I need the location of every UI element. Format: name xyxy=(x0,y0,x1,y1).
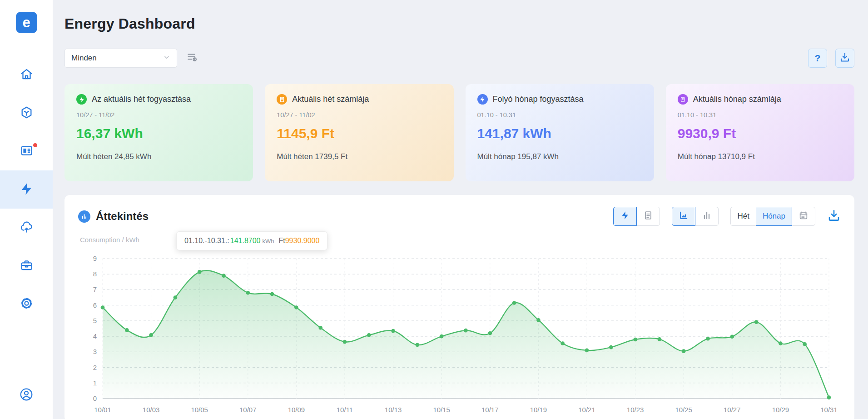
tooltip-range: 01.10.-10.31.: xyxy=(184,237,229,245)
sidebar-item-home[interactable] xyxy=(0,56,53,94)
main-content: Energy Dashboard Minden ? xyxy=(53,0,868,419)
hexagon-box-icon xyxy=(20,105,34,121)
svg-text:10/17: 10/17 xyxy=(481,406,499,414)
lightning-icon xyxy=(620,210,630,223)
toolbox-icon xyxy=(20,258,34,274)
lightning-badge-icon xyxy=(477,94,488,105)
chart-download-button[interactable] xyxy=(827,209,841,224)
bar-chart-icon xyxy=(702,210,712,223)
svg-text:5: 5 xyxy=(93,317,97,324)
card-title: Az aktuális hét fogyasztása xyxy=(92,95,191,104)
calendar-button[interactable] xyxy=(792,207,815,226)
overview-panel: Áttekintés xyxy=(64,195,854,419)
chart-axis-title: Consumption / kWh xyxy=(80,236,139,244)
sidebar-item-toolbox[interactable] xyxy=(0,247,53,285)
svg-text:10/29: 10/29 xyxy=(772,406,789,414)
overview-title: Áttekintés xyxy=(96,210,149,223)
download-icon xyxy=(827,209,841,224)
download-icon xyxy=(839,52,850,65)
card-compare: Múlt hónap 13710,9 Ft xyxy=(678,152,843,161)
notification-dot xyxy=(33,143,37,147)
card-compare: Múlt héten 24,85 kWh xyxy=(76,152,241,161)
chart-tooltip: 01.10.-10.31.: 141.8700 kWh Ft 9930.9000 xyxy=(176,231,327,250)
svg-text:10/05: 10/05 xyxy=(191,406,208,414)
svg-text:10/13: 10/13 xyxy=(385,406,402,414)
user-icon xyxy=(19,395,34,403)
settings-gear-icon xyxy=(20,296,34,312)
area-chart-icon xyxy=(679,210,689,223)
chart-badge-icon xyxy=(78,210,90,223)
sidebar: e xyxy=(0,0,53,419)
sidebar-nav xyxy=(0,56,53,323)
page-title: Energy Dashboard xyxy=(64,15,854,32)
chart-type-group xyxy=(672,207,719,226)
list-settings-icon xyxy=(186,51,198,65)
svg-text:10/31: 10/31 xyxy=(820,406,838,414)
card-period: 01.10 - 10.31 xyxy=(477,111,642,119)
svg-text:3: 3 xyxy=(93,348,97,355)
card-title: Aktuális hónap számlája xyxy=(693,95,781,104)
chart-canvas[interactable]: 012345678910/0110/0310/0510/0710/0910/11… xyxy=(78,251,841,419)
sidebar-item-settings[interactable] xyxy=(0,285,53,323)
svg-text:8: 8 xyxy=(93,270,97,278)
svg-text:1: 1 xyxy=(93,379,97,387)
svg-text:10/15: 10/15 xyxy=(433,406,450,414)
card-value: 9930,9 Ft xyxy=(678,126,843,141)
sidebar-item-energy[interactable] xyxy=(0,170,53,209)
question-mark-icon: ? xyxy=(815,53,821,64)
card-period: 01.10 - 10.31 xyxy=(678,111,843,119)
tooltip-kwh-value: 141.8700 xyxy=(230,237,261,245)
svg-text:6: 6 xyxy=(93,301,97,309)
svg-text:4: 4 xyxy=(93,332,97,340)
device-filter-select[interactable]: Minden xyxy=(64,49,177,68)
svg-text:10/27: 10/27 xyxy=(724,406,741,414)
bill-badge-icon xyxy=(678,94,688,105)
export-button[interactable] xyxy=(835,49,854,68)
chevron-down-icon xyxy=(163,54,170,63)
metric-toggle-group xyxy=(613,207,660,226)
filter-settings-button[interactable] xyxy=(186,51,198,65)
help-button[interactable]: ? xyxy=(808,49,827,68)
app-logo: e xyxy=(16,12,37,33)
svg-text:0: 0 xyxy=(93,394,97,402)
consumption-chart[interactable]: Consumption / kWh 01.10.-10.31.: 141.870… xyxy=(78,235,841,419)
tooltip-currency: Ft xyxy=(278,237,285,245)
svg-text:9: 9 xyxy=(93,254,97,262)
card-value: 141,87 kWh xyxy=(477,126,642,141)
bar-chart-button[interactable] xyxy=(695,207,719,226)
svg-text:10/23: 10/23 xyxy=(627,406,644,414)
sidebar-item-cloud[interactable] xyxy=(0,209,53,247)
sidebar-item-devices[interactable] xyxy=(0,94,53,132)
tooltip-kwh-unit: kWh xyxy=(262,238,274,244)
stat-card-month-consumption: Folyó hónap fogyasztása 01.10 - 10.31 14… xyxy=(466,84,654,181)
sidebar-item-profile[interactable] xyxy=(19,387,34,404)
card-value: 16,37 kWh xyxy=(76,126,241,141)
month-button[interactable]: Hónap xyxy=(756,207,792,226)
metric-energy-button[interactable] xyxy=(613,207,637,226)
bill-badge-icon xyxy=(277,94,287,105)
metric-bill-button[interactable] xyxy=(636,207,660,226)
sidebar-item-news[interactable] xyxy=(0,132,53,170)
card-period: 10/27 - 11/02 xyxy=(76,111,241,119)
card-compare: Múlt héten 1739,5 Ft xyxy=(277,152,441,161)
svg-text:10/11: 10/11 xyxy=(337,406,353,414)
svg-text:10/21: 10/21 xyxy=(578,406,595,414)
card-title: Folyó hónap fogyasztása xyxy=(493,95,584,104)
svg-text:10/19: 10/19 xyxy=(530,406,547,414)
area-chart-button[interactable] xyxy=(672,207,695,226)
controls-row: Minden ? xyxy=(64,49,854,68)
device-filter-value: Minden xyxy=(71,54,97,63)
week-button[interactable]: Hét xyxy=(730,207,756,226)
stat-card-week-bill: Aktuális hét számlája 10/27 - 11/02 1145… xyxy=(265,84,453,181)
svg-text:7: 7 xyxy=(93,285,97,293)
card-period: 10/27 - 11/02 xyxy=(277,111,441,119)
home-icon xyxy=(20,67,34,83)
stat-card-month-bill: Aktuális hónap számlája 01.10 - 10.31 99… xyxy=(666,84,854,181)
svg-text:10/09: 10/09 xyxy=(288,406,305,414)
overview-header: Áttekintés xyxy=(78,207,841,226)
svg-text:10/25: 10/25 xyxy=(675,406,692,414)
overview-toolbar: Hét Hónap xyxy=(613,207,841,226)
svg-text:2: 2 xyxy=(93,364,97,371)
cloud-upload-icon xyxy=(20,220,34,236)
calendar-icon xyxy=(799,210,808,223)
